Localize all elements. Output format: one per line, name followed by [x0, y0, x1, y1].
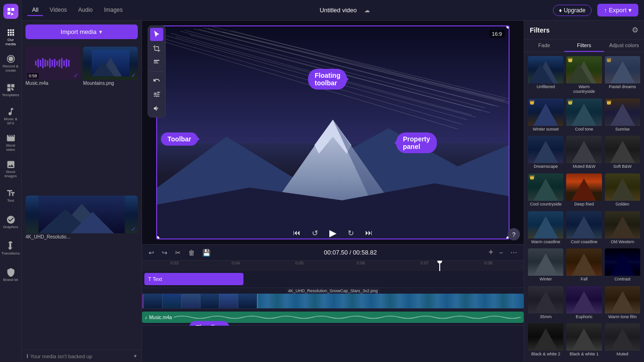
corner-handle-tr[interactable] [506, 25, 510, 29]
svg-rect-3 [40, 60, 41, 66]
tab-fade[interactable]: Fade [524, 40, 564, 52]
filter-label-golden: Golden [605, 201, 640, 207]
sidebar-item-graphics[interactable]: Graphics [2, 210, 19, 234]
sidebar-item-record[interactable]: Record & create [2, 52, 19, 75]
skip-back-button[interactable]: ⏮ [291, 227, 302, 239]
timeline-add-button[interactable]: + [488, 247, 493, 257]
tab-audio[interactable]: Audio [74, 5, 98, 16]
upload-icon: ↑ [604, 7, 607, 14]
help-button[interactable]: ? [508, 228, 520, 240]
tab-images[interactable]: Images [100, 5, 127, 16]
timeline-delete-button[interactable]: 🗑 [186, 248, 197, 257]
sidebar-item-templates[interactable]: Templates [2, 78, 19, 102]
filters-title: Filters [530, 26, 550, 34]
filter-item-unfiltered[interactable]: Unfiltered [528, 56, 563, 96]
upgrade-button[interactable]: ♦ Upgrade [553, 5, 592, 16]
filter-item-old-western[interactable]: Old Western [605, 211, 640, 246]
media-item-mountains[interactable]: ✓ Mountains.png [83, 47, 138, 193]
filter-item-golden[interactable]: Golden [605, 173, 640, 208]
skip-forward-button[interactable]: ⏭ [363, 227, 375, 239]
filter-item-35mm[interactable]: 35mm [528, 286, 563, 321]
audio-track-clip[interactable]: ♪ Music.m4a [142, 312, 524, 323]
floating-toolbar [148, 25, 166, 117]
project-title: Untitled video [319, 7, 357, 14]
rewind-button[interactable]: ↺ [310, 227, 320, 239]
filter-item-dreamscape[interactable]: Dreamscape [528, 136, 563, 171]
app-logo [3, 4, 18, 19]
filter-item-bw2[interactable]: Black & white 2 [528, 323, 563, 358]
filter-item-winter-sunset[interactable]: 👑 Winter sunset [528, 99, 563, 133]
export-button[interactable]: ↑ Export ▾ [597, 4, 638, 16]
backup-chevron-icon[interactable]: ▾ [134, 353, 137, 359]
media-item-music[interactable]: 0:58 ✓ Music.m4a [25, 47, 80, 193]
right-panel-close-button[interactable]: ⚙ [632, 25, 638, 34]
filter-item-warm-countryside[interactable]: 👑 Warm countryside [566, 56, 602, 96]
filter-item-bw1[interactable]: Black & white 1 [566, 323, 602, 358]
chevron-down-icon: ▾ [628, 7, 632, 14]
import-media-button[interactable]: Import media ▾ [25, 25, 138, 39]
toolbar-crop-button[interactable] [150, 42, 163, 55]
filter-item-cool-tone[interactable]: 👑 Cool tone [566, 99, 602, 133]
filter-item-muted-bw[interactable]: Muted B&W [566, 136, 602, 171]
tab-adjust-colors[interactable]: Adjust colors [604, 40, 644, 52]
filter-item-euphoric[interactable]: Euphoric [566, 286, 602, 321]
filter-label-soft-bw: Soft B&W [605, 163, 640, 170]
sidebar-item-stock-images[interactable]: Stock images [2, 157, 19, 181]
media-grid: 0:58 ✓ Music.m4a [22, 43, 142, 350]
filter-label-contrast: Contrast [605, 276, 640, 282]
filter-label-fall: Fall [566, 276, 602, 282]
tab-videos[interactable]: Videos [45, 5, 71, 16]
toolbar-text-button[interactable] [150, 56, 163, 69]
filter-item-warm-tone-film[interactable]: Warm tone film [605, 286, 640, 321]
timeline-undo-button[interactable]: ↩ [147, 248, 156, 257]
play-button[interactable]: ▶ [327, 225, 338, 240]
timeline-cut-button[interactable]: ✂ [173, 248, 183, 257]
text-track-clip[interactable]: T Text [144, 273, 243, 285]
media-item-4k-video[interactable]: ✓ 4K_UHD_Resolutio... [25, 196, 138, 346]
sidebar-item-brand-kit[interactable]: Brand kit [2, 263, 19, 287]
toolbar-audio-button[interactable] [150, 102, 163, 115]
tab-all[interactable]: All [27, 5, 43, 16]
video-preview: 16:9 Floating toolbar [156, 25, 510, 239]
media-label-mountains: Mountains.png [83, 80, 138, 87]
sidebar-item-our-media[interactable]: Our media [2, 25, 19, 49]
sidebar-item-music[interactable]: Music & SFX [2, 105, 19, 128]
filter-item-sunrise[interactable]: 👑 Sunrise [605, 99, 640, 133]
filter-label-35mm: 35mm [528, 313, 563, 320]
svg-marker-70 [533, 329, 558, 351]
sidebar-label-templates: Templates [2, 93, 19, 98]
tab-filters[interactable]: Filters [564, 40, 604, 52]
ruler-mark-4: 0:06 [357, 261, 365, 265]
filter-label-sunrise: Sunrise [605, 126, 640, 132]
timeline-zoom-out-button[interactable]: − [497, 248, 505, 257]
svg-marker-52 [533, 103, 558, 125]
filter-item-winter[interactable]: Winter [528, 248, 563, 283]
filter-item-muted2[interactable]: Muted [605, 323, 640, 358]
filter-item-deep-fried[interactable]: Deep fried [566, 173, 602, 208]
timeline-redo-button[interactable]: ↪ [160, 248, 169, 257]
filter-label-winter-sunset: Winter sunset [528, 126, 563, 132]
filter-item-pastel-dreams[interactable]: 👑 Pastel dreams [605, 56, 640, 96]
filter-label-muted-bw: Muted B&W [566, 163, 602, 170]
filter-item-cool-coastline[interactable]: Cool coastline [566, 211, 602, 246]
filter-item-fall[interactable]: Fall [566, 248, 602, 283]
toolbar-filter-button[interactable] [150, 88, 163, 101]
check-icon-4k: ✓ [131, 226, 136, 232]
svg-rect-5 [44, 59, 46, 67]
sidebar-item-stock-video[interactable]: Stock video [2, 131, 19, 155]
filter-item-contrast[interactable]: Contrast [605, 248, 640, 283]
filter-item-soft-bw[interactable]: Soft B&W [605, 136, 640, 171]
sidebar-label-our-media: Our media [2, 38, 19, 47]
timeline-more-button[interactable]: ⋯ [509, 248, 519, 257]
sidebar-item-transitions[interactable]: Transitions [2, 237, 19, 260]
video-track-clip[interactable] [142, 294, 524, 308]
filter-item-cool-countryside[interactable]: 👑 Cool countryside [528, 173, 563, 208]
filter-item-warm-coastline[interactable]: Warm coastline [528, 211, 563, 246]
right-panel: Filters ⚙ Fade Filters Adjust colors Unf… [524, 21, 644, 362]
toolbar-undo-button[interactable] [150, 74, 163, 87]
toolbar-select-button[interactable] [150, 28, 163, 41]
forward-button[interactable]: ↻ [346, 227, 356, 239]
timeline-save-button[interactable]: 💾 [201, 248, 212, 257]
sidebar-item-text[interactable]: Text [2, 184, 19, 207]
video-track-filename: 4K_UHD_Resolution_SnowCap_Stars_3x2.png [285, 288, 380, 294]
